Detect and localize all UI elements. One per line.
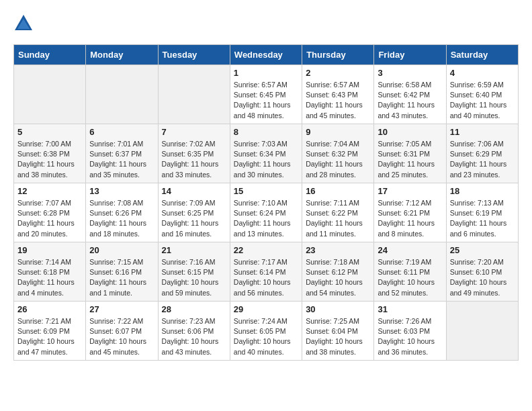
day-number: 12 <box>17 186 82 196</box>
calendar-cell: 4Sunrise: 6:59 AMSunset: 6:40 PMDaylight… <box>446 65 518 124</box>
calendar-body: 1Sunrise: 6:57 AMSunset: 6:45 PMDaylight… <box>14 65 519 361</box>
day-info: Sunrise: 7:07 AMSunset: 6:28 PMDaylight:… <box>17 198 82 239</box>
day-info: Sunrise: 7:08 AMSunset: 6:26 PMDaylight:… <box>89 198 154 239</box>
calendar-cell: 29Sunrise: 7:24 AMSunset: 6:05 PMDayligh… <box>230 302 302 361</box>
calendar-cell: 26Sunrise: 7:21 AMSunset: 6:09 PMDayligh… <box>14 302 86 361</box>
header-day: Thursday <box>302 45 374 65</box>
day-info: Sunrise: 7:04 AMSunset: 6:32 PMDaylight:… <box>306 139 370 180</box>
day-number: 6 <box>89 127 154 137</box>
day-number: 17 <box>378 186 442 196</box>
day-number: 30 <box>306 304 370 314</box>
day-number: 23 <box>306 245 370 255</box>
calendar-week-row: 12Sunrise: 7:07 AMSunset: 6:28 PMDayligh… <box>14 183 519 242</box>
header-row: SundayMondayTuesdayWednesdayThursdayFrid… <box>14 45 519 65</box>
day-info: Sunrise: 6:57 AMSunset: 6:43 PMDaylight:… <box>306 80 370 121</box>
calendar-cell <box>158 65 230 124</box>
day-info: Sunrise: 7:25 AMSunset: 6:04 PMDaylight:… <box>306 316 370 357</box>
day-number: 25 <box>450 245 515 255</box>
header-day: Friday <box>374 45 446 65</box>
day-number: 1 <box>234 68 298 78</box>
day-number: 29 <box>234 304 298 314</box>
calendar-cell: 5Sunrise: 7:00 AMSunset: 6:38 PMDaylight… <box>14 124 86 183</box>
page-header <box>13 13 519 34</box>
day-info: Sunrise: 7:03 AMSunset: 6:34 PMDaylight:… <box>234 139 298 180</box>
day-info: Sunrise: 7:01 AMSunset: 6:37 PMDaylight:… <box>89 139 154 180</box>
day-info: Sunrise: 7:11 AMSunset: 6:22 PMDaylight:… <box>306 198 370 239</box>
day-info: Sunrise: 7:13 AMSunset: 6:19 PMDaylight:… <box>450 198 515 239</box>
logo <box>13 13 36 34</box>
calendar-cell <box>446 302 518 361</box>
calendar-cell: 13Sunrise: 7:08 AMSunset: 6:26 PMDayligh… <box>86 183 158 242</box>
calendar-cell: 31Sunrise: 7:26 AMSunset: 6:03 PMDayligh… <box>374 302 446 361</box>
day-number: 10 <box>378 127 442 137</box>
calendar-week-row: 26Sunrise: 7:21 AMSunset: 6:09 PMDayligh… <box>14 302 519 361</box>
day-info: Sunrise: 7:05 AMSunset: 6:31 PMDaylight:… <box>378 139 442 180</box>
day-number: 13 <box>89 186 154 196</box>
calendar-cell: 23Sunrise: 7:18 AMSunset: 6:12 PMDayligh… <box>302 242 374 302</box>
day-number: 9 <box>306 127 370 137</box>
calendar-cell: 3Sunrise: 6:58 AMSunset: 6:42 PMDaylight… <box>374 65 446 124</box>
calendar-cell: 28Sunrise: 7:23 AMSunset: 6:06 PMDayligh… <box>158 302 230 361</box>
calendar-cell: 10Sunrise: 7:05 AMSunset: 6:31 PMDayligh… <box>374 124 446 183</box>
day-number: 16 <box>306 186 370 196</box>
day-info: Sunrise: 7:23 AMSunset: 6:06 PMDaylight:… <box>162 316 226 357</box>
calendar-cell: 22Sunrise: 7:17 AMSunset: 6:14 PMDayligh… <box>230 242 302 302</box>
day-number: 15 <box>234 186 298 196</box>
day-info: Sunrise: 7:19 AMSunset: 6:11 PMDaylight:… <box>378 257 442 298</box>
day-number: 5 <box>17 127 82 137</box>
day-info: Sunrise: 7:15 AMSunset: 6:16 PMDaylight:… <box>89 257 154 298</box>
day-info: Sunrise: 7:17 AMSunset: 6:14 PMDaylight:… <box>234 257 298 298</box>
calendar-cell: 30Sunrise: 7:25 AMSunset: 6:04 PMDayligh… <box>302 302 374 361</box>
day-number: 11 <box>450 127 515 137</box>
day-info: Sunrise: 7:14 AMSunset: 6:18 PMDaylight:… <box>17 257 82 298</box>
calendar-cell: 15Sunrise: 7:10 AMSunset: 6:24 PMDayligh… <box>230 183 302 242</box>
day-number: 19 <box>17 245 82 255</box>
day-info: Sunrise: 7:18 AMSunset: 6:12 PMDaylight:… <box>306 257 370 298</box>
day-number: 21 <box>162 245 226 255</box>
calendar-cell: 9Sunrise: 7:04 AMSunset: 6:32 PMDaylight… <box>302 124 374 183</box>
day-number: 3 <box>378 68 442 78</box>
day-info: Sunrise: 7:09 AMSunset: 6:25 PMDaylight:… <box>162 198 226 239</box>
calendar-cell: 24Sunrise: 7:19 AMSunset: 6:11 PMDayligh… <box>374 242 446 302</box>
day-info: Sunrise: 6:57 AMSunset: 6:45 PMDaylight:… <box>234 80 298 121</box>
calendar-week-row: 1Sunrise: 6:57 AMSunset: 6:45 PMDaylight… <box>14 65 519 124</box>
calendar-week-row: 19Sunrise: 7:14 AMSunset: 6:18 PMDayligh… <box>14 242 519 302</box>
calendar-cell: 14Sunrise: 7:09 AMSunset: 6:25 PMDayligh… <box>158 183 230 242</box>
day-number: 14 <box>162 186 226 196</box>
day-number: 24 <box>378 245 442 255</box>
calendar-cell: 27Sunrise: 7:22 AMSunset: 6:07 PMDayligh… <box>86 302 158 361</box>
calendar-cell: 18Sunrise: 7:13 AMSunset: 6:19 PMDayligh… <box>446 183 518 242</box>
calendar-header: SundayMondayTuesdayWednesdayThursdayFrid… <box>14 45 519 65</box>
calendar-cell: 17Sunrise: 7:12 AMSunset: 6:21 PMDayligh… <box>374 183 446 242</box>
calendar-cell <box>86 65 158 124</box>
calendar-cell: 12Sunrise: 7:07 AMSunset: 6:28 PMDayligh… <box>14 183 86 242</box>
header-day: Sunday <box>14 45 86 65</box>
day-info: Sunrise: 7:21 AMSunset: 6:09 PMDaylight:… <box>17 316 82 357</box>
day-info: Sunrise: 7:06 AMSunset: 6:29 PMDaylight:… <box>450 139 515 180</box>
day-info: Sunrise: 7:20 AMSunset: 6:10 PMDaylight:… <box>450 257 515 298</box>
calendar-week-row: 5Sunrise: 7:00 AMSunset: 6:38 PMDaylight… <box>14 124 519 183</box>
calendar-cell: 11Sunrise: 7:06 AMSunset: 6:29 PMDayligh… <box>446 124 518 183</box>
header-day: Wednesday <box>230 45 302 65</box>
day-number: 7 <box>162 127 226 137</box>
header-day: Monday <box>86 45 158 65</box>
day-number: 4 <box>450 68 515 78</box>
calendar-cell <box>14 65 86 124</box>
day-info: Sunrise: 7:22 AMSunset: 6:07 PMDaylight:… <box>89 316 154 357</box>
day-info: Sunrise: 7:02 AMSunset: 6:35 PMDaylight:… <box>162 139 226 180</box>
calendar-table: SundayMondayTuesdayWednesdayThursdayFrid… <box>13 44 519 361</box>
calendar-cell: 16Sunrise: 7:11 AMSunset: 6:22 PMDayligh… <box>302 183 374 242</box>
day-info: Sunrise: 6:59 AMSunset: 6:40 PMDaylight:… <box>450 80 515 121</box>
day-number: 22 <box>234 245 298 255</box>
day-info: Sunrise: 7:10 AMSunset: 6:24 PMDaylight:… <box>234 198 298 239</box>
day-number: 28 <box>162 304 226 314</box>
day-number: 31 <box>378 304 442 314</box>
calendar-cell: 6Sunrise: 7:01 AMSunset: 6:37 PMDaylight… <box>86 124 158 183</box>
logo-icon <box>13 13 34 34</box>
calendar-cell: 1Sunrise: 6:57 AMSunset: 6:45 PMDaylight… <box>230 65 302 124</box>
day-info: Sunrise: 7:24 AMSunset: 6:05 PMDaylight:… <box>234 316 298 357</box>
day-number: 8 <box>234 127 298 137</box>
calendar-cell: 19Sunrise: 7:14 AMSunset: 6:18 PMDayligh… <box>14 242 86 302</box>
day-info: Sunrise: 7:26 AMSunset: 6:03 PMDaylight:… <box>378 316 442 357</box>
day-info: Sunrise: 7:12 AMSunset: 6:21 PMDaylight:… <box>378 198 442 239</box>
